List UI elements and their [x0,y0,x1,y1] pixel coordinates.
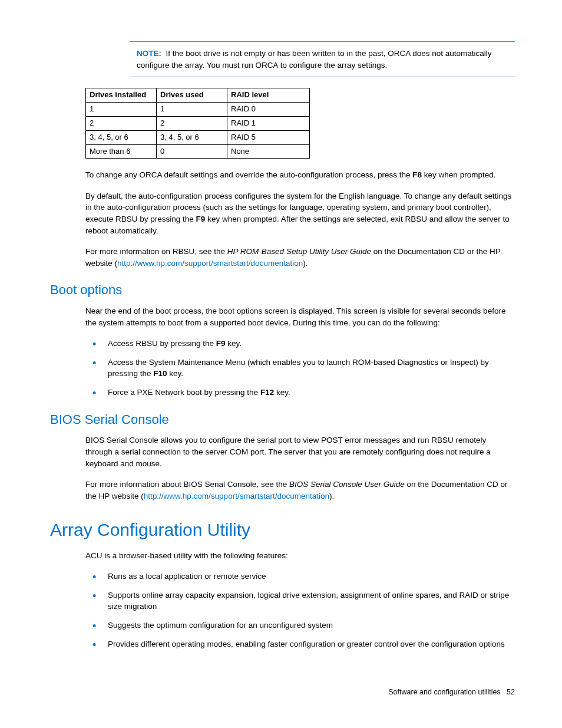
table-header-row: Drives installed Drives used RAID level [86,88,310,103]
heading-acu: Array Configuration Utility [50,517,515,543]
col-header: RAID level [227,88,310,103]
paragraph-bios-2: For more information about BIOS Serial C… [85,479,515,502]
paragraph-bios-1: BIOS Serial Console allows you to config… [85,434,515,469]
key-f9: F9 [196,215,206,223]
paragraph-boot-intro: Near the end of the boot process, the bo… [85,305,515,328]
key-label: F9 [216,339,226,348]
table-cell: 1 [86,102,157,116]
boot-options-list: Access RBSU by pressing the F9 key.Acces… [85,338,515,398]
col-header: Drives used [157,88,227,103]
paragraph-rbsu-info: For more information on RBSU, see the HP… [85,246,515,269]
paragraph-acu-intro: ACU is a browser-based utility with the … [85,550,515,562]
list-item: Suggests the optimum configuration for a… [85,620,515,631]
table-row: 22RAID 1 [86,116,310,130]
table-cell: RAID 0 [227,102,310,116]
paragraph-auto-config: By default, the auto-configuration proce… [85,190,515,236]
table-cell: 0 [157,144,227,159]
footer-section: Software and configuration utilities [388,688,500,696]
heading-bios-console: BIOS Serial Console [50,410,515,429]
hp-support-link[interactable]: http://www.hp.com/support/smartstart/doc… [144,492,329,500]
table-cell: 1 [157,102,227,116]
raid-table: Drives installed Drives used RAID level … [85,88,310,159]
acu-features-list: Runs as a local application or remote se… [85,571,515,650]
table-cell: None [227,144,310,159]
list-item: Provides different operating modes, enab… [85,638,515,650]
key-label: F12 [260,388,274,397]
table-cell: RAID 1 [227,116,310,130]
table-row: 11RAID 0 [86,102,310,116]
list-item: Supports online array capacity expansion… [85,589,515,612]
note-box: NOTE: If the boot drive is not empty or … [130,41,515,77]
note-text: If the boot drive is not empty or has be… [137,49,492,70]
list-item: Access the System Maintenance Menu (whic… [85,357,515,380]
list-item: Access RBSU by pressing the F9 key. [85,338,515,350]
page-footer: Software and configuration utilities 52 [388,687,515,697]
key-label: F10 [153,369,167,378]
heading-boot-options: Boot options [50,281,515,299]
table-cell: RAID 5 [227,130,310,144]
table-cell: 2 [157,116,227,130]
paragraph-orca: To change any ORCA default settings and … [85,169,515,181]
table-row: More than 60None [86,144,310,159]
footer-page: 52 [507,688,515,696]
table-cell: 3, 4, 5, or 6 [157,130,227,144]
table-row: 3, 4, 5, or 63, 4, 5, or 6RAID 5 [86,130,310,144]
table-cell: 2 [86,116,157,130]
list-item: Force a PXE Network boot by pressing the… [85,387,515,398]
guide-title: BIOS Serial Console User Guide [289,480,405,489]
note-label: NOTE: [137,49,161,58]
hp-support-link[interactable]: http://www.hp.com/support/smartstart/doc… [117,259,303,268]
table-cell: More than 6 [86,144,157,159]
list-item: Runs as a local application or remote se… [85,571,515,582]
col-header: Drives installed [86,88,157,103]
table-cell: 3, 4, 5, or 6 [86,130,157,144]
key-f8: F8 [412,170,422,179]
guide-title: HP ROM-Based Setup Utility User Guide [227,247,371,256]
